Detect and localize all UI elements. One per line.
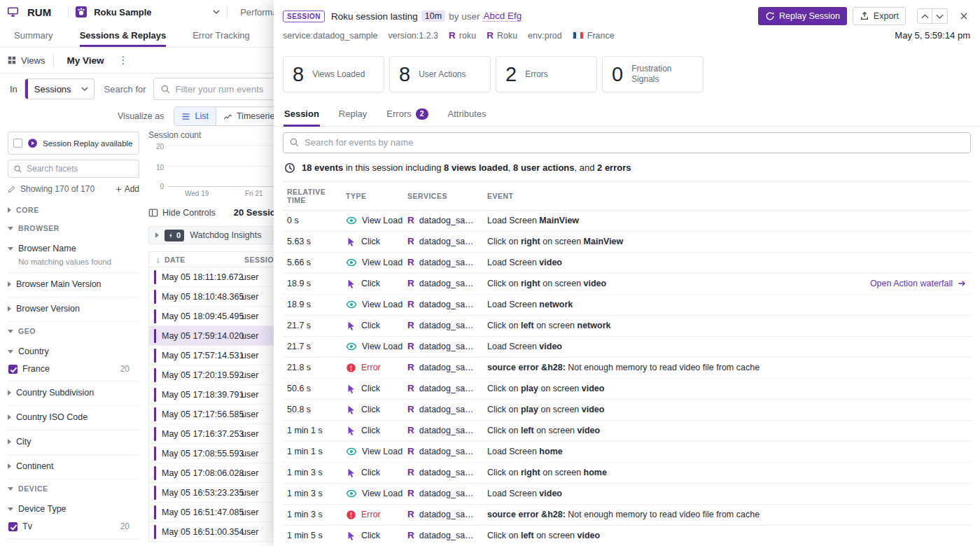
event-row[interactable]: 1 min 5 sClickRdatadog_sampleClick on le…	[283, 525, 971, 546]
facet-toggle-device-architecture[interactable]: Device Architecture	[8, 541, 139, 546]
chevron-right-icon	[8, 390, 11, 396]
tag-service-datadog-sample[interactable]: service:datadog_sample	[283, 31, 378, 41]
views-menu-button[interactable]: Views	[7, 55, 45, 66]
next-session-button[interactable]	[932, 8, 948, 24]
export-button[interactable]: Export	[853, 7, 906, 25]
roku-icon: R	[407, 342, 414, 351]
previous-session-button[interactable]	[917, 8, 932, 24]
tag-env-prod[interactable]: env:prod	[528, 31, 562, 41]
pencil-icon[interactable]	[8, 185, 16, 193]
open-action-waterfall-link[interactable]: Open Action waterfall	[870, 279, 967, 288]
tag-version-1-2-3[interactable]: version:1.2.3	[388, 31, 439, 41]
event-row[interactable]: 50.6 sClickRdatadog_sampleClick on play …	[283, 378, 971, 399]
session-replay-filter[interactable]: Session Replay available	[8, 132, 139, 155]
event-row[interactable]: 0 sView LoadRdatadog_sampleLoad Screen M…	[283, 210, 971, 231]
facet-value-france[interactable]: France20	[8, 360, 139, 377]
event-row[interactable]: 1 min 1 sView LoadRdatadog_sampleLoad Sc…	[283, 441, 971, 462]
session-replay-bar	[154, 466, 156, 480]
roku-icon: R	[407, 216, 414, 225]
facet-section-device[interactable]: DEVICE	[8, 479, 139, 498]
event-row[interactable]: 1 min 3 sClickRdatadog_sampleClick on ri…	[283, 462, 971, 483]
tag-label: Roku	[497, 31, 517, 41]
event-type-label: Click	[361, 279, 380, 288]
tag-roku[interactable]: Rroku	[449, 31, 476, 41]
sort-desc-icon[interactable]: ↓	[156, 255, 160, 264]
facet-toggle-browser-main-version[interactable]: Browser Main Version	[8, 275, 139, 293]
session-replay-bar	[154, 349, 156, 363]
facet-section-core[interactable]: CORE	[8, 201, 139, 219]
event-row[interactable]: 1 min 3 sErrorRdatadog_samplesource erro…	[283, 504, 971, 525]
event-type-cell: Click	[342, 378, 403, 399]
session-user: user	[241, 292, 258, 302]
event-row[interactable]: 5.63 sClickRdatadog_sampleClick on right…	[283, 231, 971, 252]
kebab-menu-icon[interactable]: ⋮	[118, 54, 128, 66]
nav-tab-summary[interactable]: Summary	[14, 24, 53, 47]
event-type-cell: Click	[342, 462, 403, 483]
user-name-link[interactable]: Abcd Efg	[483, 10, 522, 22]
event-row[interactable]: 1 min 3 sView LoadRdatadog_sampleLoad Sc…	[283, 483, 971, 504]
add-facet-button[interactable]: Add	[115, 184, 139, 194]
event-description: Click on left on screen video	[483, 525, 971, 546]
event-search-input[interactable]	[304, 137, 965, 148]
facet-label: Device Type	[18, 504, 66, 514]
event-row[interactable]: 21.7 sView LoadRdatadog_sampleLoad Scree…	[283, 336, 971, 357]
stat-card-frustration-signals: 0Frustration Signals	[602, 56, 704, 92]
nav-tab-sessions-replays[interactable]: Sessions & Replays	[80, 24, 167, 47]
scope-selector[interactable]: Sessions	[24, 78, 94, 99]
facet-checkbox[interactable]	[8, 365, 18, 374]
event-type-label: Click	[361, 426, 380, 435]
tag-label: France	[587, 31, 615, 41]
facet-country: CountryFrance20	[8, 340, 139, 382]
close-icon[interactable]	[958, 10, 970, 22]
events-column-services: SERVICES	[403, 181, 483, 210]
facet-toggle-browser-version[interactable]: Browser Version	[8, 300, 139, 318]
facet-toggle-city[interactable]: City	[8, 433, 139, 451]
app-selector[interactable]: Roku Sample	[94, 7, 220, 18]
facet-search-input[interactable]	[27, 164, 134, 174]
panel-tab-replay[interactable]: Replay	[338, 102, 368, 126]
session-replay-checkbox[interactable]	[13, 139, 22, 148]
cursor-click-icon	[346, 384, 356, 394]
facet-section-geo[interactable]: GEO	[8, 322, 139, 340]
panel-tab-label: Session	[284, 108, 319, 119]
facet-toggle-device-type[interactable]: Device Type	[8, 500, 139, 518]
list-icon	[181, 112, 190, 121]
event-row[interactable]: 18.9 sClickRdatadog_sampleOpen Action wa…	[283, 273, 971, 294]
facet-label: Country Subdivision	[16, 388, 94, 398]
event-row[interactable]: 1 min 1 sClickRdatadog_sampleClick on le…	[283, 420, 971, 441]
showing-count: Showing 170 of 170	[20, 184, 94, 194]
event-row[interactable]: 18.9 sView LoadRdatadog_sampleLoad Scree…	[283, 294, 971, 315]
hide-controls-button[interactable]: Hide Controls	[148, 208, 216, 218]
facet-toggle-browser-name[interactable]: Browser Name	[8, 239, 139, 258]
facet-checkbox[interactable]	[8, 522, 18, 531]
panel-tab-attributes[interactable]: Attributes	[447, 102, 487, 126]
event-description: Open Action waterfallClick on right on s…	[483, 273, 971, 294]
session-replay-bar	[154, 407, 156, 421]
tag-roku[interactable]: RRoku	[486, 31, 517, 41]
event-row[interactable]: 21.7 sClickRdatadog_sampleClick on left …	[283, 315, 971, 336]
panel-tab-session[interactable]: Session	[284, 102, 320, 126]
event-type-label: Click	[361, 405, 380, 414]
facet-value-tv[interactable]: Tv20	[8, 518, 139, 535]
visualize-option-label: List	[195, 111, 208, 121]
event-row[interactable]: 21.8 sErrorRdatadog_samplesource error &…	[283, 357, 971, 378]
facet-toggle-country-iso-code[interactable]: Country ISO Code	[8, 408, 139, 426]
divider	[227, 6, 227, 18]
facet-toggle-country[interactable]: Country	[8, 342, 139, 360]
panel-tab-errors[interactable]: Errors2	[386, 102, 428, 126]
facet-sidebar: Session Replay available Showing 170 of …	[8, 132, 139, 546]
eye-icon	[346, 299, 357, 310]
replay-session-button[interactable]: Replay Session	[758, 7, 847, 25]
panel-actions: Replay Session Export	[758, 7, 970, 25]
visualize-option-list[interactable]: List	[174, 107, 216, 125]
facet-toggle-country-subdivision[interactable]: Country Subdivision	[8, 384, 139, 402]
column-header-date[interactable]: DATE	[164, 255, 186, 264]
nav-tab-error-tracking[interactable]: Error Tracking	[192, 24, 250, 47]
tag-france[interactable]: France	[573, 31, 615, 41]
session-user: user	[241, 331, 258, 341]
event-row[interactable]: 5.66 sView LoadRdatadog_sampleLoad Scree…	[283, 252, 971, 273]
facet-toggle-continent[interactable]: Continent	[8, 457, 139, 475]
event-nav-buttons	[917, 8, 948, 24]
facet-section-browser[interactable]: BROWSER	[8, 219, 139, 237]
event-row[interactable]: 50.8 sClickRdatadog_sampleClick on play …	[283, 399, 971, 420]
